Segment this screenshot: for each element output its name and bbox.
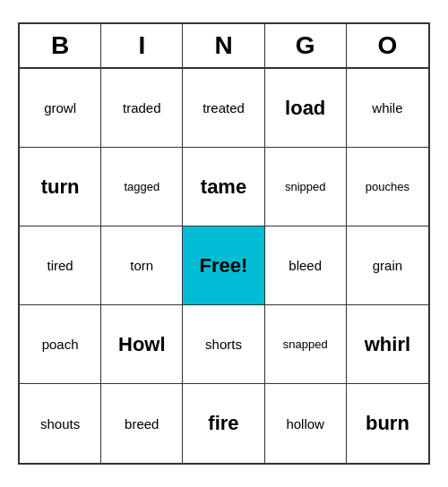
header-letter-B: B [20,24,101,67]
bingo-cell-8: snipped [265,148,347,226]
bingo-card: BINGO growltradedtreatedloadwhileturntag… [18,22,430,465]
bingo-cell-19: whirl [347,305,428,384]
bingo-cell-5: turn [20,148,101,226]
bingo-cell-12: Free! [183,226,264,305]
bingo-cell-20: shouts [20,384,101,463]
bingo-cell-0: growl [20,69,101,148]
header-letter-I: I [101,24,183,67]
bingo-header: BINGO [20,24,428,69]
bingo-cell-9: pouches [347,148,428,226]
bingo-cell-4: while [347,69,428,148]
header-letter-G: G [265,24,347,67]
bingo-cell-14: grain [347,226,428,305]
bingo-grid: growltradedtreatedloadwhileturntaggedtam… [20,69,428,463]
bingo-cell-24: burn [347,384,428,463]
bingo-cell-16: Howl [101,305,183,384]
bingo-cell-15: poach [20,305,101,384]
bingo-cell-17: shorts [183,305,264,384]
bingo-cell-6: tagged [101,148,183,226]
bingo-cell-2: treated [183,69,264,148]
header-letter-O: O [347,24,428,67]
bingo-cell-21: breed [101,384,183,463]
bingo-cell-10: tired [20,226,101,305]
bingo-cell-11: torn [101,226,183,305]
header-letter-N: N [183,24,264,67]
bingo-cell-1: traded [101,69,183,148]
bingo-cell-23: hollow [265,384,347,463]
bingo-cell-22: fire [183,384,264,463]
bingo-cell-13: bleed [265,226,347,305]
bingo-cell-18: snapped [265,305,347,384]
bingo-cell-7: tame [183,148,264,226]
bingo-cell-3: load [265,69,347,148]
